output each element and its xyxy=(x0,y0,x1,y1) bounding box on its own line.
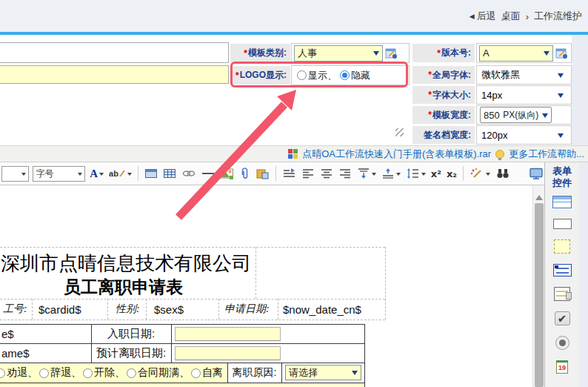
control-radio-icon[interactable] xyxy=(555,336,569,350)
signature-width-select[interactable]: 120px xyxy=(476,125,572,145)
scrollbar-thumb[interactable] xyxy=(535,203,544,387)
signature-width-label: 签名档宽度: xyxy=(412,125,475,145)
global-font-select[interactable]: 微软雅黑 xyxy=(476,65,572,85)
reason-radio-zili[interactable] xyxy=(191,368,201,378)
more-help-link[interactable]: 更多工作流帮助... xyxy=(509,148,584,161)
logo-show-radio[interactable] xyxy=(297,70,307,80)
template-category-cell: 人事 xyxy=(291,43,410,63)
edit-category-icon[interactable] xyxy=(385,47,398,59)
company-name: 深圳市点晴信息技术有限公司 xyxy=(1,251,251,277)
template-category-label: *模板类别: xyxy=(230,43,291,63)
template-title-input[interactable] xyxy=(0,65,229,84)
font-size-select-toolbar[interactable]: 字号 xyxy=(33,166,85,182)
link-icon xyxy=(181,167,196,180)
manual-download-link[interactable]: 点晴OA工作流快速入门手册(含表单模板).rar xyxy=(302,148,491,161)
reason-label: 离职原因: xyxy=(233,366,277,380)
vertical-align-middle-button[interactable] xyxy=(381,165,401,182)
form-controls-sidebar: 表单控件 ✔ 19 xyxy=(544,162,579,387)
insert-link-button[interactable] xyxy=(181,165,197,182)
horizontal-rule-icon xyxy=(201,167,215,180)
control-textarea-icon[interactable] xyxy=(554,239,570,254)
template-category-select[interactable]: 人事 xyxy=(294,45,383,62)
indent-icon xyxy=(282,167,296,180)
reason-radio-quantui[interactable] xyxy=(0,368,5,378)
control-calendar-icon[interactable]: 19 xyxy=(556,360,568,374)
control-checkbox-icon[interactable]: ✔ xyxy=(555,311,570,325)
editor-toolbar: 字号 A ab xyxy=(0,162,546,185)
insert-media-button[interactable] xyxy=(255,165,270,182)
vertical-align-top-button[interactable] xyxy=(356,165,377,182)
join-date-input[interactable] xyxy=(175,327,281,341)
vertical-align-top-icon xyxy=(357,167,370,180)
scroll-up-icon[interactable] xyxy=(535,191,543,200)
insert-table-icon xyxy=(144,167,158,180)
reason-radio-hetongqiman[interactable] xyxy=(127,368,136,378)
highlight-color-button[interactable]: ab xyxy=(108,165,133,182)
font-size-select[interactable]: 14px xyxy=(476,85,572,105)
form-title: 员工离职申请表 xyxy=(64,276,183,299)
version-label: *版本号: xyxy=(412,43,475,63)
paperclip-icon xyxy=(239,167,250,180)
find-button[interactable] xyxy=(495,165,511,182)
field-label-sex: 性别: xyxy=(116,302,140,316)
font-color-button[interactable]: A xyxy=(89,165,104,182)
line-height-button[interactable] xyxy=(405,165,427,182)
subscript-button[interactable]: x₂ xyxy=(446,165,458,182)
next-row-fragment xyxy=(0,383,364,387)
editor-scrollbar[interactable] xyxy=(532,185,544,387)
superscript-button[interactable]: x² xyxy=(430,165,442,182)
binoculars-icon xyxy=(495,167,510,180)
indent-button[interactable] xyxy=(281,165,297,182)
leave-date-input[interactable] xyxy=(175,346,281,360)
control-listbox-icon[interactable] xyxy=(554,287,570,301)
align-right-icon xyxy=(338,167,352,180)
help-bar: 点晴OA工作流快速入门手册(含表单模板).rar 更多工作流帮助... xyxy=(0,145,588,162)
reason-options-cell: 劝退、 辞退、 开除、 合同期满、 自离 xyxy=(0,363,227,383)
align-left-button[interactable] xyxy=(301,165,315,182)
format-wand-icon xyxy=(470,167,484,180)
font-family-select[interactable] xyxy=(1,166,29,182)
horizontal-rule-button[interactable] xyxy=(201,165,216,182)
control-table-icon[interactable] xyxy=(552,196,572,208)
field-value-sex: $sex$ xyxy=(154,303,184,316)
control-text-input-icon[interactable] xyxy=(553,219,572,229)
preview-button[interactable] xyxy=(528,165,544,182)
cell-deptname-fragment: ame$ xyxy=(1,347,30,360)
template-width-select[interactable]: 850 PX(纵向) xyxy=(480,107,552,123)
image-icon xyxy=(220,167,234,180)
reason-select[interactable]: 请选择 xyxy=(285,365,361,380)
breadcrumb-current: 工作流维护 xyxy=(534,10,582,23)
monitor-icon xyxy=(529,167,544,180)
back-link[interactable]: 后退 xyxy=(477,10,496,23)
logo-hide-radio[interactable] xyxy=(340,70,350,80)
join-date-label: 入职日期: xyxy=(107,327,155,341)
template-name-input[interactable] xyxy=(0,42,229,63)
global-font-label: *全局字体: xyxy=(412,65,475,85)
align-center-button[interactable] xyxy=(319,165,334,182)
field-label-empno: 工号: xyxy=(3,302,27,316)
media-icon xyxy=(255,167,270,180)
format-wand-button[interactable] xyxy=(469,165,491,182)
version-cell: A xyxy=(476,43,572,63)
edit-version-icon[interactable] xyxy=(555,47,568,59)
bulb-icon xyxy=(495,150,504,159)
align-center-icon xyxy=(320,167,333,180)
insert-image-button[interactable] xyxy=(219,165,235,182)
editor-canvas[interactable]: 深圳市点晴信息技术有限公司 员工离职申请表 工号: $cardid$ 性别: $… xyxy=(0,185,532,387)
logo-hide-label: 隐藏 xyxy=(351,69,370,82)
insert-table-button[interactable] xyxy=(144,165,158,182)
attach-file-button[interactable] xyxy=(238,165,251,182)
vertical-align-middle-icon xyxy=(381,167,395,180)
reason-radio-citui[interactable] xyxy=(39,368,49,378)
right-margin xyxy=(572,35,588,162)
desktop-link[interactable]: 桌面 xyxy=(501,10,521,23)
cell-name-fragment: e$ xyxy=(1,328,14,340)
reason-radio-kaichu[interactable] xyxy=(83,368,93,378)
resize-grip[interactable] xyxy=(395,128,404,136)
field-value-date: $now_date_cn$ xyxy=(283,303,361,316)
control-dropdown-icon[interactable] xyxy=(553,264,572,277)
table-properties-button[interactable] xyxy=(162,165,177,182)
version-select[interactable]: A xyxy=(479,45,553,62)
align-right-button[interactable] xyxy=(338,165,353,182)
rar-file-icon xyxy=(288,149,298,159)
